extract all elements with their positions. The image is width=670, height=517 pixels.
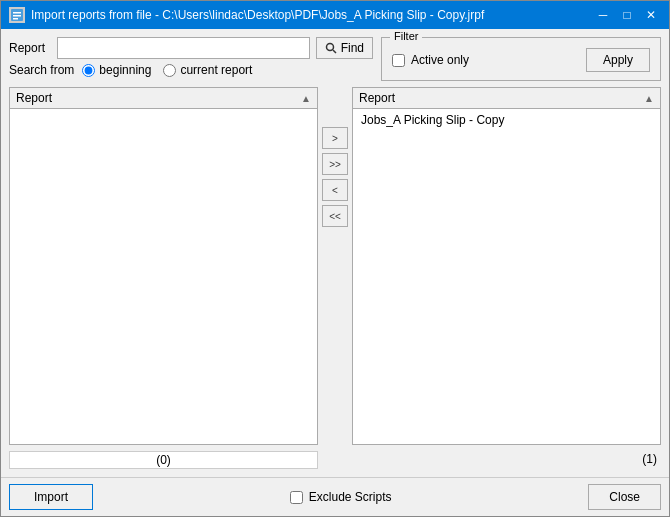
status-left: (0) [9, 451, 318, 469]
svg-line-5 [333, 50, 336, 53]
active-only-label: Active only [411, 53, 469, 67]
report-label: Report [9, 41, 51, 55]
import-button[interactable]: Import [9, 484, 93, 510]
move-right-button[interactable]: > [322, 127, 348, 149]
radio-current-label: current report [180, 63, 252, 77]
exclude-row: Exclude Scripts [290, 490, 392, 504]
status-right: (1) [344, 451, 661, 469]
title-bar: Import reports from file - C:\Users\lind… [1, 1, 669, 29]
report-input[interactable] [57, 37, 310, 59]
right-panel-title: Report [359, 91, 395, 105]
window-close-button[interactable]: ✕ [641, 7, 661, 23]
radio-beginning[interactable]: beginning [82, 63, 151, 77]
maximize-button[interactable]: □ [617, 7, 637, 23]
exclude-scripts-label: Exclude Scripts [309, 490, 392, 504]
right-panel-item[interactable]: Jobs_A Picking Slip - Copy [355, 111, 658, 129]
left-panel-content [10, 109, 317, 444]
left-panel-title: Report [16, 91, 52, 105]
right-panel: Report ▲ Jobs_A Picking Slip - Copy [352, 87, 661, 445]
middle-controls: > >> < << [318, 87, 352, 445]
left-top: Report Find Search from [9, 37, 373, 81]
main-window: Import reports from file - C:\Users\lind… [0, 0, 670, 517]
main-content: Report Find Search from [1, 29, 669, 477]
active-only-checkbox[interactable] [392, 54, 405, 67]
minimize-button[interactable]: ─ [593, 7, 613, 23]
left-panel-collapse-icon[interactable]: ▲ [301, 93, 311, 104]
status-left-container: (0) [9, 451, 318, 469]
move-all-right-button[interactable]: >> [322, 153, 348, 175]
title-bar-controls: ─ □ ✕ [593, 7, 661, 23]
search-from-label: Search from [9, 63, 74, 77]
svg-rect-2 [13, 15, 21, 17]
right-panel-collapse-icon[interactable]: ▲ [644, 93, 654, 104]
svg-point-4 [326, 44, 333, 51]
find-button-label: Find [341, 41, 364, 55]
search-icon [325, 42, 337, 54]
radio-beginning-label: beginning [99, 63, 151, 77]
exclude-scripts-checkbox[interactable] [290, 491, 303, 504]
move-left-button[interactable]: < [322, 179, 348, 201]
panels-section: Report ▲ > >> < << Report ▲ Jobs_A Picki… [9, 87, 661, 445]
radio-beginning-input[interactable] [82, 64, 95, 77]
filter-legend: Filter [390, 30, 422, 42]
left-panel: Report ▲ [9, 87, 318, 445]
filter-inner: Active only Apply [392, 48, 650, 72]
apply-button[interactable]: Apply [586, 48, 650, 72]
find-button[interactable]: Find [316, 37, 373, 59]
filter-group: Filter Active only Apply [381, 37, 661, 81]
window-icon [9, 7, 25, 23]
radio-current-input[interactable] [163, 64, 176, 77]
middle-spacer [318, 451, 344, 469]
top-section: Report Find Search from [9, 37, 661, 81]
svg-rect-3 [13, 18, 18, 20]
window-title: Import reports from file - C:\Users\lind… [31, 8, 484, 22]
right-panel-header: Report ▲ [353, 88, 660, 109]
right-panel-content: Jobs_A Picking Slip - Copy [353, 109, 660, 444]
radio-current[interactable]: current report [163, 63, 252, 77]
close-button[interactable]: Close [588, 484, 661, 510]
status-bar: (0) (1) [9, 451, 661, 469]
report-row: Report Find [9, 37, 373, 59]
left-panel-header: Report ▲ [10, 88, 317, 109]
footer-left: Import [9, 484, 93, 510]
radio-group: beginning current report [82, 63, 252, 77]
active-only-row: Active only [392, 53, 469, 67]
footer: Import Exclude Scripts Close [1, 477, 669, 516]
move-all-left-button[interactable]: << [322, 205, 348, 227]
svg-rect-1 [13, 12, 21, 14]
title-bar-left: Import reports from file - C:\Users\lind… [9, 7, 484, 23]
search-from-row: Search from beginning current report [9, 63, 373, 77]
